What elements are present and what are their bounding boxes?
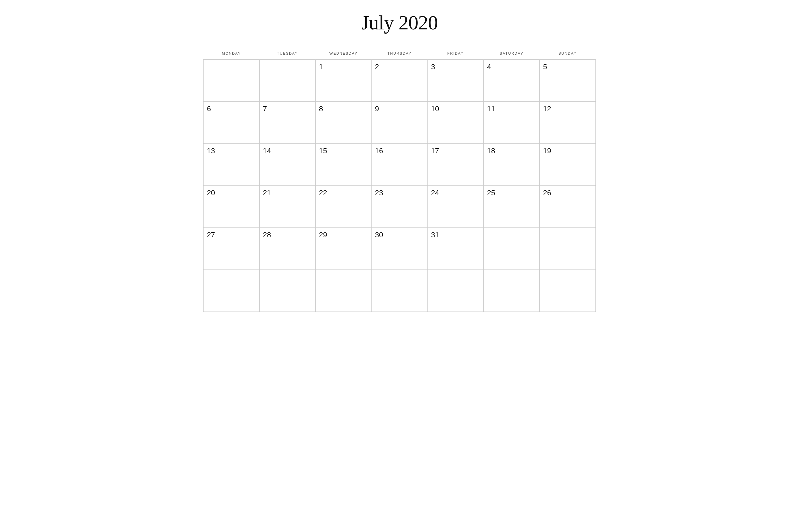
day-number-11: 11	[487, 104, 495, 113]
calendar-cell-day-15[interactable]: 15	[315, 144, 371, 186]
calendar-cell-day-28[interactable]: 28	[259, 228, 315, 270]
calendar-cell-empty[interactable]	[484, 270, 540, 312]
week-row-2: 6789101112	[203, 102, 596, 144]
calendar-container: MONDAYTUESDAYWEDNESDAYTHURSDAYFRIDAYSATU…	[203, 49, 596, 312]
calendar-cell-day-20[interactable]: 20	[203, 186, 260, 228]
day-number-13: 13	[207, 147, 215, 155]
day-number-6: 6	[207, 104, 211, 113]
calendar-cell-day-14[interactable]: 14	[259, 144, 315, 186]
day-number-31: 31	[431, 231, 439, 239]
calendar-cell-empty[interactable]	[203, 60, 260, 102]
calendar-cell-day-25[interactable]: 25	[484, 186, 540, 228]
calendar-cell-day-27[interactable]: 27	[203, 228, 260, 270]
day-number-26: 26	[543, 189, 551, 197]
calendar-cell-empty[interactable]	[203, 270, 260, 312]
week-row-6	[203, 270, 596, 312]
calendar-cell-day-30[interactable]: 30	[371, 228, 428, 270]
calendar-cell-day-13[interactable]: 13	[203, 144, 260, 186]
calendar-cell-day-8[interactable]: 8	[315, 102, 371, 144]
day-header-sunday: SUNDAY	[540, 49, 596, 60]
calendar-cell-day-1[interactable]: 1	[315, 60, 371, 102]
calendar-cell-day-6[interactable]: 6	[203, 102, 260, 144]
day-number-30: 30	[375, 231, 383, 239]
day-header-monday: MONDAY	[203, 49, 260, 60]
calendar-cell-empty[interactable]	[540, 270, 596, 312]
calendar-cell-day-22[interactable]: 22	[315, 186, 371, 228]
week-row-5: 2728293031	[203, 228, 596, 270]
day-header-tuesday: TUESDAY	[259, 49, 315, 60]
day-number-1: 1	[319, 62, 323, 71]
calendar-cell-day-11[interactable]: 11	[484, 102, 540, 144]
day-number-22: 22	[319, 189, 327, 197]
day-header-saturday: SATURDAY	[484, 49, 540, 60]
calendar-cell-day-29[interactable]: 29	[315, 228, 371, 270]
day-number-18: 18	[487, 147, 495, 155]
calendar-cell-empty[interactable]	[259, 270, 315, 312]
day-number-5: 5	[543, 62, 547, 71]
day-header-wednesday: WEDNESDAY	[315, 49, 371, 60]
day-number-29: 29	[319, 231, 327, 239]
calendar-cell-day-24[interactable]: 24	[428, 186, 484, 228]
calendar-cell-day-4[interactable]: 4	[484, 60, 540, 102]
calendar-cell-day-17[interactable]: 17	[428, 144, 484, 186]
week-row-3: 13141516171819	[203, 144, 596, 186]
calendar-cell-empty[interactable]	[428, 270, 484, 312]
calendar-cell-empty[interactable]	[540, 228, 596, 270]
calendar-cell-day-7[interactable]: 7	[259, 102, 315, 144]
calendar-cell-day-10[interactable]: 10	[428, 102, 484, 144]
calendar-cell-empty[interactable]	[315, 270, 371, 312]
day-number-10: 10	[431, 104, 439, 113]
day-header-thursday: THURSDAY	[371, 49, 428, 60]
calendar-cell-day-23[interactable]: 23	[371, 186, 428, 228]
day-number-20: 20	[207, 189, 215, 197]
days-header-row: MONDAYTUESDAYWEDNESDAYTHURSDAYFRIDAYSATU…	[203, 49, 596, 60]
day-number-17: 17	[431, 147, 439, 155]
day-number-14: 14	[263, 147, 271, 155]
calendar-cell-day-21[interactable]: 21	[259, 186, 315, 228]
calendar-title: July 2020	[361, 11, 438, 35]
day-header-friday: FRIDAY	[428, 49, 484, 60]
week-row-4: 20212223242526	[203, 186, 596, 228]
calendar-cell-day-26[interactable]: 26	[540, 186, 596, 228]
calendar-cell-day-5[interactable]: 5	[540, 60, 596, 102]
day-number-21: 21	[263, 189, 271, 197]
day-number-8: 8	[319, 104, 323, 113]
calendar-cell-day-2[interactable]: 2	[371, 60, 428, 102]
day-number-16: 16	[375, 147, 383, 155]
calendar-cell-day-19[interactable]: 19	[540, 144, 596, 186]
day-number-2: 2	[375, 62, 379, 71]
day-number-27: 27	[207, 231, 215, 239]
calendar-cell-day-18[interactable]: 18	[484, 144, 540, 186]
day-number-24: 24	[431, 189, 439, 197]
week-row-1: 12345	[203, 60, 596, 102]
day-number-15: 15	[319, 147, 327, 155]
day-number-12: 12	[543, 104, 551, 113]
calendar-cell-empty[interactable]	[259, 60, 315, 102]
calendar-cell-day-31[interactable]: 31	[428, 228, 484, 270]
day-number-4: 4	[487, 62, 491, 71]
calendar-cell-empty[interactable]	[371, 270, 428, 312]
day-number-19: 19	[543, 147, 551, 155]
day-number-23: 23	[375, 189, 383, 197]
calendar-cell-day-16[interactable]: 16	[371, 144, 428, 186]
calendar-cell-day-12[interactable]: 12	[540, 102, 596, 144]
calendar-cell-day-3[interactable]: 3	[428, 60, 484, 102]
day-number-25: 25	[487, 189, 495, 197]
calendar-cell-empty[interactable]	[484, 228, 540, 270]
day-number-9: 9	[375, 104, 379, 113]
day-number-28: 28	[263, 231, 271, 239]
calendar-cell-day-9[interactable]: 9	[371, 102, 428, 144]
calendar-table: MONDAYTUESDAYWEDNESDAYTHURSDAYFRIDAYSATU…	[203, 49, 596, 312]
day-number-3: 3	[431, 62, 435, 71]
day-number-7: 7	[263, 104, 267, 113]
